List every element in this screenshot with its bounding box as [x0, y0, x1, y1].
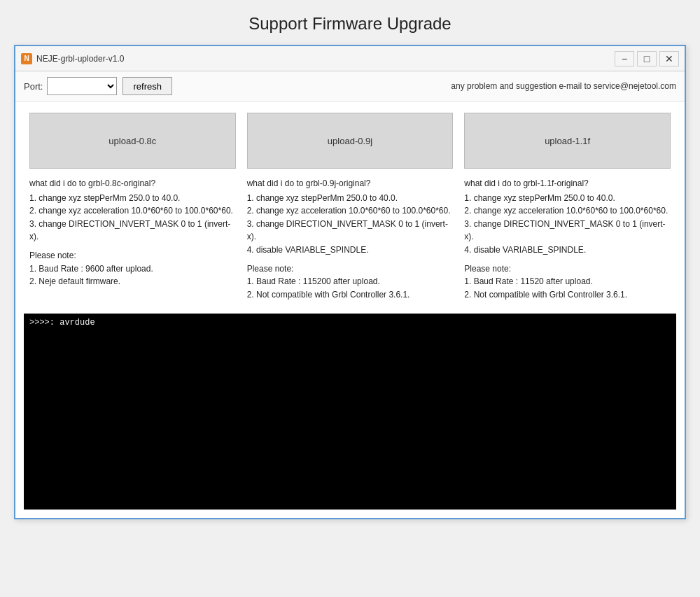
change-1-2: 3. change DIRECTION_INVERT_MASK 0 to 1 (…	[247, 218, 454, 244]
note-2-0: 1. Baud Rate : 11520 after upload.	[464, 275, 671, 288]
change-1-3: 4. disable VARIABLE_SPINDLE.	[247, 244, 454, 257]
refresh-button[interactable]: refresh	[122, 77, 172, 95]
toolbar: Port: refresh any problem and suggestion…	[15, 71, 685, 101]
note-title-2: Please note:	[464, 262, 671, 276]
firmware-area: upload-0.8c what did i do to grbl-0.8c-o…	[15, 101, 685, 307]
change-1-1: 2. change xyz acceleration 10.0*60*60 to…	[247, 204, 454, 218]
email-note: any problem and suggestion e-mail to ser…	[451, 81, 676, 91]
main-window: N NEJE-grbl-uploder-v1.0 − □ ✕ Port: ref…	[14, 45, 686, 519]
upload-09j-button[interactable]: upload-0.9j	[247, 113, 454, 169]
app-icon: N	[21, 53, 32, 64]
console-text: >>>>: avrdude	[29, 318, 671, 328]
note-title-0: Please note:	[29, 249, 236, 262]
page-title: Support Firmware Upgrade	[248, 14, 451, 34]
change-1-0: 1. change xyz stepPerMm 250.0 to 40.0.	[247, 192, 454, 205]
desc-title-2: what did i do to grbl-1.1f-original?	[464, 177, 671, 190]
change-0-1: 2. change xyz acceleration 10.0*60*60 to…	[29, 204, 236, 218]
firmware-col-2: upload-1.1f what did i do to grbl-1.1f-o…	[458, 113, 676, 301]
firmware-col-0: upload-0.8c what did i do to grbl-0.8c-o…	[24, 113, 241, 301]
console-area[interactable]: >>>>: avrdude	[24, 314, 676, 510]
titlebar: N NEJE-grbl-uploder-v1.0 − □ ✕	[15, 46, 685, 71]
desc-title-1: what did i do to grbl-0.9j-original?	[247, 177, 454, 190]
firmware-desc-2: what did i do to grbl-1.1f-original? 1. …	[464, 177, 671, 301]
change-2-1: 2. change xyz acceleration 10.0*60*60 to…	[464, 204, 671, 218]
note-section-2: Please note: 1. Baud Rate : 11520 after …	[464, 262, 671, 302]
desc-title-0: what did i do to grbl-0.8c-original?	[29, 177, 236, 190]
note-title-1: Please note:	[247, 262, 454, 276]
window-title: NEJE-grbl-uploder-v1.0	[36, 54, 615, 64]
upload-11f-button[interactable]: upload-1.1f	[464, 113, 671, 169]
note-1-0: 1. Baud Rate : 115200 after upload.	[247, 275, 454, 288]
maximize-button[interactable]: □	[637, 51, 657, 66]
port-label: Port:	[24, 81, 43, 92]
change-0-2: 3. change DIRECTION_INVERT_MASK 0 to 1 (…	[29, 218, 236, 244]
window-controls: − □ ✕	[615, 51, 679, 66]
change-0-0: 1. change xyz stepPerMm 250.0 to 40.0.	[29, 192, 236, 205]
note-0-0: 1. Baud Rate : 9600 after upload.	[29, 262, 236, 276]
port-select[interactable]	[47, 77, 117, 95]
close-button[interactable]: ✕	[659, 51, 679, 66]
minimize-button[interactable]: −	[615, 51, 634, 66]
note-section-0: Please note: 1. Baud Rate : 9600 after u…	[29, 249, 236, 288]
firmware-desc-0: what did i do to grbl-0.8c-original? 1. …	[29, 177, 236, 288]
change-2-0: 1. change xyz stepPerMm 250.0 to 40.0.	[464, 192, 671, 205]
change-2-2: 3. change DIRECTION_INVERT_MASK 0 to 1 (…	[464, 218, 671, 244]
upload-08c-button[interactable]: upload-0.8c	[29, 113, 236, 169]
note-2-1: 2. Not compatible with Grbl Controller 3…	[464, 288, 671, 302]
note-1-1: 2. Not compatible with Grbl Controller 3…	[247, 288, 454, 302]
note-0-1: 2. Neje default firmware.	[29, 275, 236, 288]
firmware-desc-1: what did i do to grbl-0.9j-original? 1. …	[247, 177, 454, 301]
change-2-3: 4. disable VARIABLE_SPINDLE.	[464, 244, 671, 257]
firmware-col-1: upload-0.9j what did i do to grbl-0.9j-o…	[241, 113, 459, 301]
note-section-1: Please note: 1. Baud Rate : 115200 after…	[247, 262, 454, 302]
